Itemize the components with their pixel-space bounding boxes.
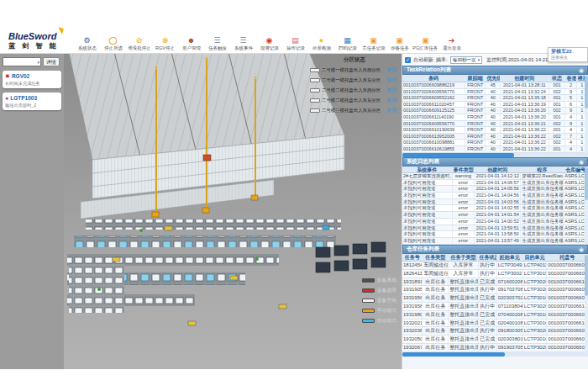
cell: 穿梭车22,ReadStatus — [521, 173, 564, 179]
toolbar-item-shape-detection[interactable]: ●外形检测 — [308, 36, 334, 51]
cell: 整托直接出库 — [449, 303, 478, 310]
scrollbar-thumb[interactable] — [402, 352, 505, 357]
scrollbar-thumb[interactable] — [402, 153, 514, 157]
toolbar-item-main-task-records[interactable]: ▣主任务记录 — [360, 36, 386, 51]
cell: 00100370006608030521 — [547, 327, 588, 335]
refresh-frequency-select[interactable]: 每30秒一次▾ — [450, 56, 483, 64]
partition-disable-link[interactable]: 禁用 — [386, 97, 396, 104]
cell: 执行中 — [479, 327, 497, 335]
table-row[interactable]: 未找到可用货道error2021-04-01 13:57:49生成直接出库任务模… — [402, 238, 588, 245]
panel-settings-icon[interactable]: ◉ — [579, 67, 584, 73]
table-row[interactable]: 00100370006609556770FRONT402021-04-01 13… — [402, 89, 588, 96]
table-row[interactable]: 未找到可用货道error2021-04-01 14:06:57生成直接出库任务模… — [402, 180, 588, 187]
table-row[interactable]: 00100370006610190639FRONT402021-04-01 13… — [402, 127, 588, 134]
table-row[interactable]: 未找到可用货道error2021-04-01 14:05:56生成直接出库任务模… — [402, 186, 588, 193]
table-row[interactable]: 00100370006613952005FRONT402021-04-01 13… — [402, 134, 588, 140]
table-row[interactable]: 00100370006609552162FRONT402021-04-01 13… — [402, 95, 588, 102]
cell: LCTP3016 — [523, 311, 548, 319]
auto-refresh-checkbox[interactable]: ✓ — [405, 57, 411, 63]
table-row[interactable]: 00100370006610619855FRONT402021-04-01 13… — [402, 146, 588, 153]
table-row[interactable]: 2#七层穿梭车连接超时,正在恢复warning2021-04-01 14:12:… — [402, 173, 588, 180]
cell: 0203038011 — [497, 336, 523, 343]
warehouse-3d-scene[interactable]: 分区状态 二号楼一楼托盘出入库西分区禁用 二号楼一楼托盘出入库东分区禁用 二号楼… — [64, 54, 402, 369]
table-row[interactable]: 00100370006609886219FRONT452021-04-01 13… — [402, 82, 588, 89]
table-row[interactable]: 1931891出库任务整托直接出库已完成0716002082LCTP302000… — [402, 278, 588, 287]
partition-checkbox[interactable] — [310, 88, 320, 92]
table-row[interactable]: 未找到可用货道error2021-04-01 14:01:54生成直接出库任务模… — [402, 212, 588, 219]
cell: 未找到可用货道 — [402, 231, 453, 237]
table-row[interactable]: 未找到可用货道error2021-04-01 14:04:56生成直接出库任务模… — [402, 193, 588, 199]
table-row[interactable]: 1932038出库任务整托直接出库执行中0918003052LCTP302000… — [402, 327, 588, 336]
device-filter-select[interactable]: ▾ — [3, 57, 41, 66]
table-row[interactable]: 00100370006611020457FRONT402021-04-01 13… — [402, 102, 588, 108]
vertical-scrollbar[interactable] — [585, 75, 588, 153]
table-row[interactable]: 00100370006611140190FRONT402021-04-01 13… — [402, 114, 588, 121]
detail-button[interactable]: 详情 — [43, 57, 60, 66]
table-row[interactable]: 1932021出库任务整托直接出库已完成0204001082LCTP301600… — [402, 320, 588, 328]
partition-checkbox[interactable] — [310, 68, 320, 72]
table-row[interactable]: 1931980出库任务整托直接出库已完成0704002081LCTP301600… — [402, 311, 588, 320]
vertical-scrollbar[interactable] — [585, 166, 588, 245]
toolbar-item-user-management[interactable]: ☻用户管理 — [178, 36, 204, 51]
cell: 车间输送任务 — [423, 262, 449, 269]
partition-checkbox[interactable] — [310, 78, 320, 82]
cell: 2021-04-01 14:03:56 — [475, 199, 521, 205]
partition-disable-link[interactable]: 禁用 — [386, 77, 396, 84]
toolbar-item-system-status[interactable]: ⚙系统状态 — [74, 36, 100, 51]
horizontal-scrollbar[interactable] — [402, 153, 588, 157]
horizontal-scrollbar[interactable] — [402, 352, 588, 357]
table-row[interactable]: 1931905出库任务整托直接出库执行中0917037081LCTP302000… — [402, 286, 588, 294]
partition-checkbox[interactable] — [310, 98, 320, 103]
table-row[interactable]: 00100370006609556770FRONT402021-04-01 13… — [402, 121, 588, 128]
alert-card-rgv02[interactable]: ✸RGV02 长时间未完成任务 — [3, 71, 61, 88]
partition-disable-link[interactable]: 禁用 — [386, 87, 396, 94]
toolbar-item-stop-selected[interactable]: ◯停止所选 — [100, 36, 126, 51]
toolbar-item-logout[interactable]: ➔退出登录 — [438, 36, 465, 51]
toolbar-item-rgv-stop[interactable]: ⊗RGV停止 — [152, 36, 178, 51]
cell: 1931891 — [402, 278, 423, 286]
table-row[interactable]: 未找到可用货道error2021-04-01 13:58:50生成直接出库任务模… — [402, 231, 588, 238]
table-row[interactable]: 未找到可用货道error2021-04-01 14:00:52生成直接出库任务模… — [402, 219, 588, 225]
table-row[interactable]: 00100370006609125125FRONT402021-04-01 13… — [402, 108, 588, 114]
column-header: 优先级 — [486, 75, 501, 82]
toolbar-item-system-events[interactable]: ☰系统事件 — [230, 36, 256, 51]
cell: 0204001082 — [497, 320, 523, 327]
cell: 已完成 — [479, 320, 497, 327]
table-row[interactable]: 未找到可用货道error2021-04-01 14:02:55生成直接出库任务模… — [402, 205, 588, 212]
panel-settings-icon[interactable]: ◉ — [579, 159, 584, 165]
cell: 出库任务 — [423, 320, 449, 327]
toolbar-item-label: 外形检测 — [312, 45, 330, 50]
table-row[interactable]: 1932067出库任务整托直接出库执行中0919037052LCTP302000… — [402, 344, 588, 352]
partition-disable-link[interactable]: 禁用 — [386, 107, 396, 114]
scrollbar-thumb[interactable] — [585, 255, 588, 296]
toolbar-item-pg-tasks[interactable]: ▣PG汇库任务 — [412, 36, 438, 51]
toolbar-item-stacker-stop[interactable]: ⊘堆垛机停止 — [126, 36, 152, 51]
table-row[interactable]: 1931956出库任务整托直接出库已完成0203037022LCTP301600… — [402, 294, 588, 303]
table-row[interactable]: 未找到可用货道error2021-04-01 14:03:56生成直接出库任务模… — [402, 199, 588, 206]
table-row[interactable]: 1826411车间输送任务入库异常执行中LCTP3002LCTP30150010… — [402, 270, 588, 278]
table-row[interactable]: 1932050出库任务整托直接出库已完成0203038011LCTP301600… — [402, 336, 588, 344]
scrollbar-thumb[interactable] — [585, 167, 588, 200]
table-row[interactable]: 1931958出库任务整托直接出库执行中0711038042LCTP302000… — [402, 303, 588, 311]
cell: 1932021 — [402, 320, 423, 327]
cell: error — [453, 219, 475, 225]
cell: 执行中 — [479, 344, 497, 352]
partition-disable-link[interactable]: 禁用 — [386, 66, 396, 74]
toolbar-item-scan-records[interactable]: ▦扫码记录 — [334, 36, 360, 51]
alert-card-lgtp1003[interactable]: ●LGTP1003 输送出货超时_2 — [3, 92, 61, 110]
table-row[interactable]: 未找到可用货道error2021-04-01 13:59:51生成直接出库任务模… — [402, 225, 588, 232]
cell: 001 — [549, 95, 566, 101]
toolbar-item-operation-records[interactable]: ▤操作记录 — [282, 36, 308, 51]
frequency-value: 每30秒一次 — [453, 57, 476, 63]
toolbar-item-task-trigger[interactable]: ☰任务触发 — [204, 36, 230, 51]
cell: 4 — [565, 114, 576, 120]
scrollbar-thumb[interactable] — [585, 76, 588, 108]
toolbar-item-device-tasks[interactable]: ▣设备任务 — [386, 36, 412, 51]
panel-settings-icon[interactable]: ◉ — [579, 246, 584, 252]
toolbar-item-alarm-records[interactable]: ◉报警记录 — [256, 36, 282, 51]
vertical-scrollbar[interactable] — [585, 254, 588, 352]
table-row[interactable]: 1812454车间输送任务入库异常执行中LCTP3049LCTP40110010… — [402, 262, 588, 270]
partition-checkbox[interactable] — [310, 108, 320, 113]
table-row[interactable]: 00100370006610098881FRONT402021-04-01 13… — [402, 140, 588, 146]
cell: LCTP3016 — [523, 294, 548, 302]
